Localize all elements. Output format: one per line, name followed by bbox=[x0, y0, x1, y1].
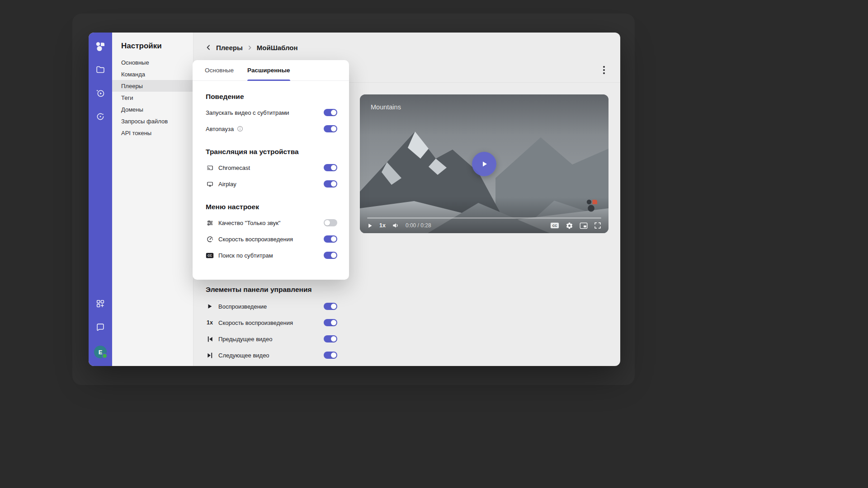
player-settings-panel: Основные Расширенные Поведение Запускать… bbox=[193, 60, 349, 280]
app-window: E Настройки Основные Команда Плееры Теги… bbox=[89, 33, 620, 366]
play-triangle-icon bbox=[480, 160, 488, 168]
big-play-button[interactable] bbox=[472, 152, 496, 176]
toggle-autopause[interactable] bbox=[324, 125, 337, 132]
section-title-behavior: Поведение bbox=[206, 93, 337, 101]
kinescope-watermark-logo bbox=[586, 199, 599, 212]
play-icon bbox=[206, 302, 214, 310]
sidebar-item-file-requests[interactable]: Запросы файлов bbox=[112, 115, 193, 127]
info-icon[interactable] bbox=[237, 126, 243, 132]
user-avatar[interactable]: E bbox=[94, 346, 107, 358]
toggle-airplay[interactable] bbox=[324, 180, 337, 188]
kinescope-logo-icon[interactable] bbox=[95, 41, 106, 52]
toggle-start-with-subtitles[interactable] bbox=[324, 109, 337, 116]
speed-1x-icon: 1x bbox=[206, 319, 214, 327]
toggle-chromecast[interactable] bbox=[324, 164, 337, 171]
player-controls: 1x 0:00 / 0:28 CC bbox=[367, 220, 601, 231]
toggle-speed[interactable] bbox=[324, 319, 337, 326]
setting-row-playback-speed: Скорость воспроизведения bbox=[206, 231, 337, 247]
sidebar-item-players[interactable]: Плееры bbox=[112, 80, 193, 92]
sidebar-item-domains[interactable]: Домены bbox=[112, 103, 193, 115]
player-speed-label[interactable]: 1x bbox=[379, 222, 386, 229]
support-chat-icon[interactable] bbox=[95, 322, 106, 333]
toggle-playback-speed[interactable] bbox=[324, 235, 337, 243]
more-options-icon[interactable] bbox=[599, 65, 609, 75]
apps-add-icon[interactable] bbox=[95, 298, 106, 309]
toggle-next[interactable] bbox=[324, 352, 337, 359]
setting-row-previous: Предыдущее видео bbox=[206, 331, 337, 347]
setting-row-next: Следующее видео bbox=[206, 347, 337, 363]
breadcrumb: Плееры МойШаблон bbox=[205, 41, 298, 54]
settings-sidebar: Настройки Основные Команда Плееры Теги Д… bbox=[112, 33, 193, 366]
control-elements-section: Элементы панели управления Воспроизведен… bbox=[206, 286, 337, 363]
pip-icon[interactable] bbox=[580, 222, 588, 229]
volume-icon[interactable] bbox=[392, 222, 399, 229]
breadcrumb-current: МойШаблон bbox=[257, 44, 298, 52]
panel-tabs: Основные Расширенные bbox=[193, 60, 349, 81]
panel-body: Поведение Запускать видео с субтитрами А… bbox=[193, 81, 349, 263]
settings-title: Настройки bbox=[121, 42, 193, 51]
progress-bar[interactable] bbox=[367, 217, 601, 219]
setting-row-autopause: Автопауза bbox=[206, 121, 337, 137]
setting-row-chromecast: Chromecast bbox=[206, 160, 337, 176]
subtitles-icon: CC bbox=[206, 251, 214, 259]
toggle-subtitle-search[interactable] bbox=[324, 252, 337, 259]
fullscreen-icon[interactable] bbox=[594, 222, 601, 229]
time-display: 0:00 / 0:28 bbox=[406, 222, 431, 229]
subtitles-cc-icon[interactable]: CC bbox=[550, 222, 559, 229]
setting-row-speed: 1x Скорость воспроизведения bbox=[206, 314, 337, 331]
sidebar-item-basic[interactable]: Основные bbox=[112, 56, 193, 68]
live-stream-icon[interactable] bbox=[95, 88, 106, 99]
setting-row-airplay: Airplay bbox=[206, 176, 337, 192]
tab-advanced[interactable]: Расширенные bbox=[247, 60, 290, 80]
setting-row-start-with-subtitles: Запускать видео с субтитрами bbox=[206, 104, 337, 121]
svg-text:CC: CC bbox=[552, 224, 557, 228]
top-gradient bbox=[360, 94, 609, 135]
next-video-icon bbox=[206, 351, 214, 359]
projects-folder-icon[interactable] bbox=[95, 64, 106, 75]
setting-row-audio-only: Качество "Только звук" bbox=[206, 215, 337, 231]
playback-speed-icon bbox=[206, 235, 214, 243]
section-title-casting: Трансляция на устройства bbox=[206, 148, 337, 156]
back-chevron-icon[interactable] bbox=[205, 44, 212, 51]
tab-basic[interactable]: Основные bbox=[205, 60, 234, 80]
svg-text:CC: CC bbox=[208, 254, 212, 257]
chromecast-icon bbox=[206, 164, 214, 172]
airplay-icon bbox=[206, 180, 214, 188]
online-status-dot bbox=[102, 353, 108, 359]
settings-menu: Основные Команда Плееры Теги Домены Запр… bbox=[112, 56, 193, 139]
video-title: Mountains bbox=[371, 103, 401, 111]
setting-row-subtitle-search: CC Поиск по субтитрам bbox=[206, 247, 337, 263]
setting-row-play: Воспроизведение bbox=[206, 298, 337, 314]
sidebar-item-tags[interactable]: Теги bbox=[112, 92, 193, 103]
player-play-icon[interactable] bbox=[367, 223, 373, 229]
breadcrumb-players[interactable]: Плееры bbox=[216, 44, 243, 52]
section-title-settings-menu: Меню настроек bbox=[206, 203, 337, 211]
previous-video-icon bbox=[206, 335, 214, 343]
chevron-right-icon bbox=[247, 45, 253, 51]
toggle-previous[interactable] bbox=[324, 335, 337, 343]
toggle-audio-only[interactable] bbox=[324, 219, 337, 226]
equalizer-icon bbox=[206, 219, 214, 227]
toggle-play[interactable] bbox=[324, 303, 337, 310]
sidebar-item-team[interactable]: Команда bbox=[112, 68, 193, 80]
nav-rail: E bbox=[89, 33, 112, 366]
section-title: Элементы панели управления bbox=[206, 286, 337, 294]
sidebar-item-api-tokens[interactable]: API токены bbox=[112, 127, 193, 139]
player-settings-gear-icon[interactable] bbox=[566, 222, 573, 230]
video-player-preview: Mountains 1x 0:00 / 0:28 bbox=[360, 94, 609, 233]
records-icon[interactable] bbox=[95, 111, 106, 122]
